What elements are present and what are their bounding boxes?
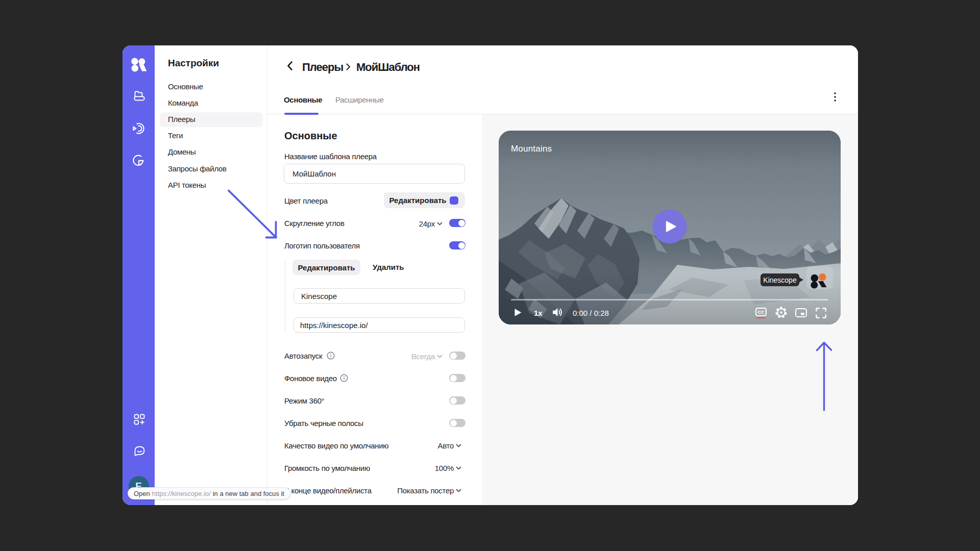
svg-text:CC: CC	[757, 309, 765, 315]
